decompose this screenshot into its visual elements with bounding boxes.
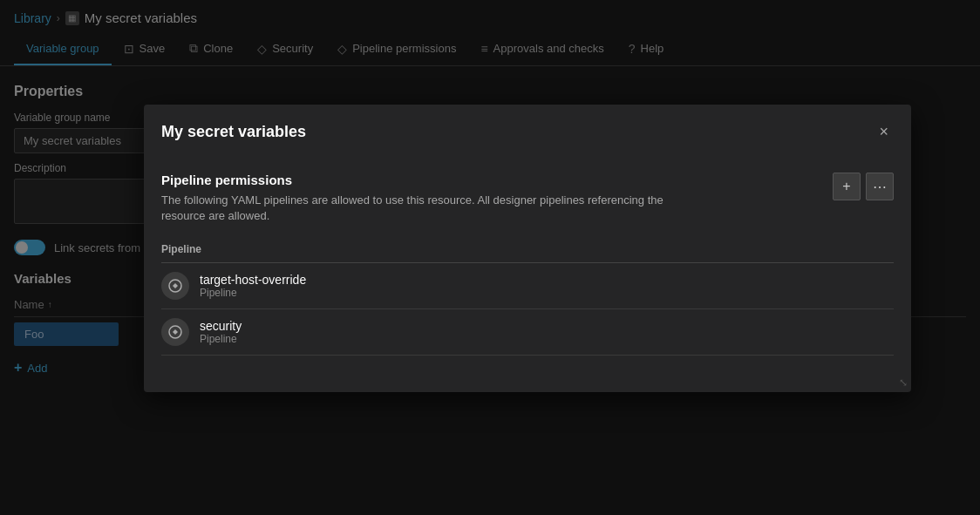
pipeline-type-1: Pipeline xyxy=(200,333,242,345)
more-options-button[interactable]: ⋯ xyxy=(866,173,894,200)
list-item: target-host-override Pipeline xyxy=(161,263,894,309)
resize-handle[interactable]: ⤡ xyxy=(899,376,908,389)
pipeline-avatar-1 xyxy=(161,318,189,346)
pipeline-permissions-description: The following YAML pipelines are allowed… xyxy=(161,193,667,224)
pipeline-column-header: Pipeline xyxy=(161,238,894,263)
pipeline-info-1: security Pipeline xyxy=(200,319,242,345)
modal-close-button[interactable]: × xyxy=(874,120,894,143)
modal-body: Pipeline permissions The following YAML … xyxy=(144,155,911,373)
pipeline-name-0: target-host-override xyxy=(200,273,306,287)
pipeline-avatar-0 xyxy=(161,272,189,300)
add-pipeline-button[interactable]: + xyxy=(833,173,861,200)
pipeline-permissions-heading: Pipeline permissions xyxy=(161,173,667,187)
list-item: security Pipeline xyxy=(161,309,894,356)
pipeline-info-0: target-host-override Pipeline xyxy=(200,273,306,299)
pipeline-permissions-header: Pipeline permissions The following YAML … xyxy=(161,173,894,224)
pipeline-permissions-text: Pipeline permissions The following YAML … xyxy=(161,173,667,224)
modal-actions: + ⋯ xyxy=(833,173,894,200)
modal-header: My secret variables × xyxy=(144,105,911,155)
modal-title: My secret variables xyxy=(161,123,306,141)
pipeline-name-1: security xyxy=(200,319,242,333)
pipeline-permissions-modal: My secret variables × Pipeline permissio… xyxy=(144,105,911,392)
pipeline-type-0: Pipeline xyxy=(200,287,306,299)
